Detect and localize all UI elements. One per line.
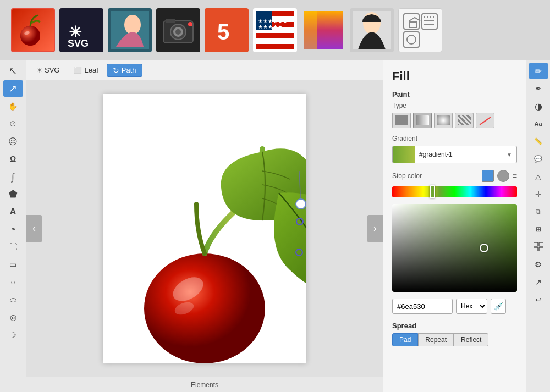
hex-row: Hex RGB HSL 💉 <box>392 299 517 314</box>
stop-color-gray-swatch[interactable] <box>497 170 509 182</box>
stop-color-blue-swatch[interactable] <box>482 170 494 182</box>
breadcrumb-path-label: Path <box>122 66 136 74</box>
tool-hand[interactable]: ✋ <box>3 98 23 114</box>
hex-mode-select[interactable]: Hex RGB HSL <box>456 299 487 314</box>
svg-rect-54 <box>534 247 538 251</box>
hex-input[interactable] <box>392 299 453 314</box>
paint-type-pattern[interactable] <box>455 113 474 128</box>
color-picker-dot <box>480 244 488 252</box>
top-icon-flag[interactable]: ★★★★★★ ★★★★★ <box>253 8 297 52</box>
top-icon-gradient[interactable] <box>301 8 345 52</box>
tool-nodes[interactable]: ⚭ <box>3 221 23 238</box>
fr-export[interactable]: ↗ <box>529 274 548 290</box>
spread-pad[interactable]: Pad <box>392 333 418 346</box>
fr-grid[interactable]: ⊞ <box>529 221 548 238</box>
spread-repeat[interactable]: Repeat <box>418 333 454 346</box>
tool-blob[interactable]: ⬟ <box>3 186 23 202</box>
stop-color-row: Stop color ≡ <box>392 170 517 182</box>
stop-color-menu-icon[interactable]: ≡ <box>513 172 517 180</box>
stop-color-label: Stop color <box>392 172 479 180</box>
breadcrumb-svg[interactable]: ✳ SVG <box>31 64 65 76</box>
top-icon-camera[interactable] <box>156 8 200 52</box>
gradient-selector[interactable]: #gradient-1 ▼ <box>392 146 517 163</box>
top-icon-svg[interactable]: ✳ SVG <box>59 8 103 52</box>
top-icon-tools[interactable] <box>398 8 442 52</box>
breadcrumb-path[interactable]: ↻ Path <box>107 64 142 77</box>
svg-rect-22 <box>256 33 294 38</box>
fr-layers[interactable]: ⧉ <box>529 203 548 220</box>
paint-types <box>392 113 517 128</box>
svg-rect-52 <box>534 242 538 246</box>
svg-rect-13 <box>166 19 175 23</box>
gradient-label: Gradient <box>392 135 517 142</box>
color-picker-gradient <box>392 204 517 292</box>
fr-ruler[interactable]: 📏 <box>529 133 548 150</box>
paint-label: Paint <box>392 90 517 98</box>
fr-triangle[interactable]: △ <box>529 168 548 185</box>
top-icon-html5[interactable]: 5 <box>205 8 249 52</box>
fr-library[interactable] <box>529 239 548 255</box>
paint-type-linear[interactable] <box>413 113 432 128</box>
tool-curve[interactable]: ☽ <box>3 327 23 343</box>
tool-text[interactable]: A <box>3 203 23 220</box>
gradient-name: #gradient-1 <box>415 151 502 158</box>
top-icon-cherry[interactable] <box>11 8 55 52</box>
breadcrumb: ✳ SVG ⬜ Leaf ↻ Path <box>26 60 383 80</box>
spread-reflect[interactable]: Reflect <box>454 333 488 346</box>
next-arrow[interactable]: › <box>367 215 383 242</box>
svg-breadcrumb-icon: ✳ <box>37 67 42 74</box>
fr-undo[interactable]: ↩ <box>529 291 548 308</box>
tool-crop[interactable]: ⛶ <box>3 239 23 255</box>
svg-text:5: 5 <box>217 20 229 44</box>
paint-type-none[interactable] <box>476 113 494 128</box>
tool-rect[interactable]: ▭ <box>3 256 23 273</box>
tool-ellipse[interactable]: ⬭ <box>3 291 23 308</box>
svg-rect-53 <box>539 242 543 246</box>
type-label: Type <box>392 102 517 109</box>
hue-bar[interactable] <box>392 186 517 197</box>
paint-type-solid[interactable] <box>392 113 411 128</box>
top-icon-portrait[interactable] <box>108 8 152 52</box>
top-bar: ✳ SVG 5 <box>0 0 550 60</box>
eyedropper-icon: 💉 <box>494 302 503 311</box>
breadcrumb-leaf[interactable]: ⬜ Leaf <box>68 64 104 76</box>
tool-target[interactable]: ◎ <box>3 309 23 325</box>
prev-arrow[interactable]: ‹ <box>26 215 42 242</box>
color-picker[interactable] <box>392 204 517 292</box>
svg-point-38 <box>144 253 265 363</box>
fr-settings[interactable]: ⚙ <box>529 256 548 273</box>
fr-text[interactable]: Aa <box>529 115 548 132</box>
fill-title: Fill <box>392 69 517 84</box>
tool-node-select[interactable]: ↗ <box>3 80 23 97</box>
fr-pen[interactable]: ✒ <box>529 80 548 97</box>
canvas-area: ✳ SVG ⬜ Leaf ↻ Path ‹ <box>26 60 383 392</box>
top-icon-woman[interactable] <box>350 8 394 52</box>
svg-point-51 <box>296 199 306 209</box>
eyedropper-button[interactable]: 💉 <box>491 299 506 314</box>
paint-type-radial[interactable] <box>434 113 453 128</box>
tool-sad[interactable]: ☹ <box>3 133 23 150</box>
spread-label: Spread <box>392 322 517 330</box>
tool-select[interactable]: ↖ <box>3 63 23 79</box>
leaf-breadcrumb-icon: ⬜ <box>74 67 82 74</box>
svg-rect-29 <box>304 11 317 49</box>
svg-point-14 <box>188 22 193 26</box>
svg-point-12 <box>175 29 181 35</box>
tool-person[interactable]: ☺ <box>3 115 23 132</box>
fr-contrast[interactable]: ◑ <box>529 98 548 114</box>
svg-rect-23 <box>256 38 294 44</box>
fr-move[interactable]: ✛ <box>529 186 548 202</box>
right-panel: Fill Paint Type Gradient #gradie <box>383 60 526 392</box>
left-toolbar: ↖ ↗ ✋ ☺ ☹ Ω ∫ ⬟ A ⚭ ⛶ ▭ ○ ⬭ ◎ ☽ <box>0 60 26 392</box>
tool-spiral[interactable]: Ω <box>3 151 23 167</box>
fr-edit-node[interactable]: ✏ <box>529 63 548 79</box>
svg-point-1 <box>20 26 40 46</box>
svg-point-7 <box>124 15 141 35</box>
svg-text:SVG: SVG <box>68 38 89 49</box>
svg-rect-24 <box>256 44 294 49</box>
tool-circle[interactable]: ○ <box>3 274 23 290</box>
elements-label: Elements <box>191 381 218 389</box>
tool-wave[interactable]: ∫ <box>3 168 23 185</box>
fr-comment[interactable]: 💬 <box>529 151 548 167</box>
drawing-canvas: ‹ <box>26 80 383 377</box>
